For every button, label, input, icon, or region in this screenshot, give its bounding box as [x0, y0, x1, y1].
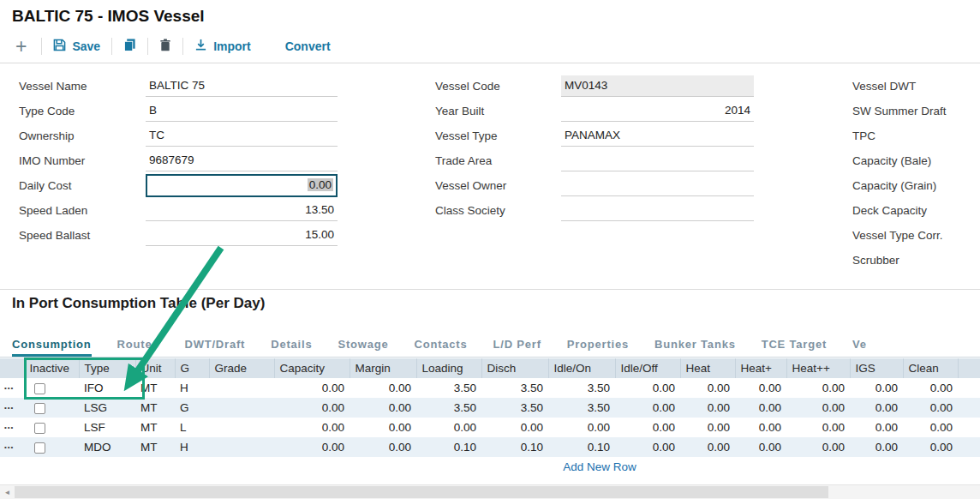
- col-inactive[interactable]: Inactive: [24, 358, 79, 378]
- table-cell[interactable]: 3.50: [481, 398, 548, 418]
- table-cell[interactable]: 0.00: [350, 418, 416, 437]
- table-cell[interactable]: [209, 418, 274, 437]
- col-disch[interactable]: Disch: [481, 358, 548, 378]
- tab-consumption[interactable]: Consumption: [12, 338, 92, 357]
- imo-number-field[interactable]: 9687679: [146, 150, 338, 171]
- table-cell[interactable]: G: [175, 398, 209, 418]
- col-heat-plus[interactable]: Heat+: [735, 358, 786, 378]
- col-igs[interactable]: IGS: [850, 358, 903, 378]
- daily-cost-field[interactable]: 0.00: [146, 174, 338, 197]
- col-heat[interactable]: Heat: [680, 358, 735, 378]
- vessel-name-field[interactable]: BALTIC 75: [146, 75, 338, 97]
- tab-tce-target[interactable]: TCE Target: [762, 338, 827, 357]
- col-margin[interactable]: Margin: [350, 358, 416, 378]
- table-cell[interactable]: LSG: [79, 398, 135, 418]
- table-cell[interactable]: 0.00: [786, 437, 850, 457]
- table-cell[interactable]: 0.00: [680, 437, 735, 457]
- table-cell[interactable]: 0.10: [416, 437, 481, 457]
- row-menu-button[interactable]: •••: [0, 418, 24, 437]
- table-cell[interactable]: 3.50: [548, 398, 615, 418]
- inactive-checkbox[interactable]: [34, 383, 45, 394]
- table-cell[interactable]: 0.00: [786, 418, 850, 437]
- table-cell[interactable]: MT: [135, 437, 175, 457]
- row-menu-button[interactable]: •••: [0, 378, 24, 398]
- speed-ballast-field[interactable]: 15.00: [146, 225, 338, 246]
- tab-properties[interactable]: Properties: [567, 338, 629, 357]
- import-button[interactable]: Import: [194, 39, 251, 54]
- table-cell[interactable]: 0.00: [615, 437, 680, 457]
- table-cell[interactable]: H: [175, 437, 209, 457]
- table-cell[interactable]: 0.00: [615, 398, 680, 418]
- tab-routes[interactable]: Routes: [117, 338, 159, 357]
- table-cell[interactable]: [209, 437, 274, 457]
- table-cell[interactable]: 0.00: [850, 378, 903, 398]
- table-cell[interactable]: 0.00: [735, 437, 786, 457]
- class-society-field[interactable]: [561, 200, 754, 221]
- table-cell[interactable]: IFO: [79, 378, 135, 398]
- col-heat-plus-plus[interactable]: Heat++: [786, 358, 850, 378]
- table-cell[interactable]: 0.00: [548, 418, 615, 437]
- table-cell[interactable]: 0.00: [903, 398, 958, 418]
- table-cell[interactable]: MDO: [79, 437, 135, 457]
- table-cell[interactable]: 0.00: [350, 378, 416, 398]
- inactive-checkbox[interactable]: [34, 403, 45, 414]
- table-cell[interactable]: 0.00: [274, 437, 350, 457]
- trade-area-field[interactable]: [561, 150, 754, 171]
- table-cell[interactable]: 0.00: [903, 437, 958, 457]
- vessel-type-field[interactable]: PANAMAX: [561, 125, 754, 147]
- table-cell[interactable]: [209, 398, 274, 418]
- tab-details[interactable]: Details: [271, 338, 312, 357]
- col-grade[interactable]: Grade: [209, 358, 274, 378]
- table-cell[interactable]: 0.00: [416, 418, 481, 437]
- vessel-owner-field[interactable]: [561, 175, 754, 196]
- table-cell[interactable]: 0.00: [680, 418, 735, 437]
- table-cell[interactable]: 0.00: [615, 418, 680, 437]
- table-cell[interactable]: L: [175, 418, 209, 437]
- add-new-row-link[interactable]: Add New Row: [531, 460, 668, 473]
- col-unit[interactable]: Unit: [135, 358, 175, 378]
- copy-button[interactable]: [123, 39, 136, 54]
- table-cell[interactable]: LSF: [79, 418, 135, 437]
- ownership-field[interactable]: TC: [146, 125, 338, 147]
- table-cell[interactable]: 0.10: [548, 437, 615, 457]
- table-cell[interactable]: 0.00: [615, 378, 680, 398]
- scroll-left-button[interactable]: ◄: [0, 485, 15, 499]
- table-cell[interactable]: 0.00: [850, 437, 903, 457]
- table-cell[interactable]: 0.10: [481, 437, 548, 457]
- table-cell[interactable]: 0.00: [735, 418, 786, 437]
- table-cell[interactable]: 0.00: [274, 418, 350, 437]
- table-cell[interactable]: 3.50: [416, 378, 481, 398]
- year-built-field[interactable]: 2014: [561, 100, 754, 122]
- col-type[interactable]: Type: [79, 358, 135, 378]
- table-cell[interactable]: 3.50: [416, 398, 481, 418]
- type-code-field[interactable]: B: [146, 100, 338, 122]
- table-cell[interactable]: 0.00: [481, 418, 548, 437]
- table-cell[interactable]: 0.00: [850, 418, 903, 437]
- add-button[interactable]: +: [12, 37, 30, 56]
- table-cell[interactable]: 0.00: [735, 378, 786, 398]
- tab-vessel-clipped[interactable]: Ve: [852, 338, 867, 357]
- table-cell[interactable]: MT: [135, 398, 175, 418]
- table-cell[interactable]: 0.00: [274, 378, 350, 398]
- table-cell[interactable]: 0.00: [680, 398, 735, 418]
- table-cell[interactable]: MT: [135, 418, 175, 437]
- inactive-checkbox[interactable]: [34, 423, 45, 434]
- table-cell[interactable]: 0.00: [274, 398, 350, 418]
- convert-button[interactable]: Convert: [285, 39, 331, 53]
- inactive-checkbox[interactable]: [34, 442, 45, 454]
- table-cell[interactable]: 0.00: [850, 398, 903, 418]
- col-idle-on[interactable]: Idle/On: [548, 358, 615, 378]
- tab-dwt-draft[interactable]: DWT/Draft: [184, 338, 245, 357]
- col-g[interactable]: G: [175, 358, 209, 378]
- table-cell[interactable]: 0.00: [786, 398, 850, 418]
- tab-stowage[interactable]: Stowage: [338, 338, 388, 357]
- col-capacity[interactable]: Capacity: [274, 358, 350, 378]
- table-cell[interactable]: 0.00: [735, 398, 786, 418]
- tab-ld-perf[interactable]: L/D Perf: [493, 338, 541, 357]
- table-cell[interactable]: 0.00: [903, 378, 958, 398]
- table-cell[interactable]: [209, 378, 274, 398]
- tab-bunker-tanks[interactable]: Bunker Tanks: [654, 338, 736, 357]
- col-idle-off[interactable]: Idle/Off: [615, 358, 680, 378]
- horizontal-scrollbar[interactable]: ◄: [0, 484, 980, 499]
- tab-contacts[interactable]: Contacts: [414, 338, 467, 357]
